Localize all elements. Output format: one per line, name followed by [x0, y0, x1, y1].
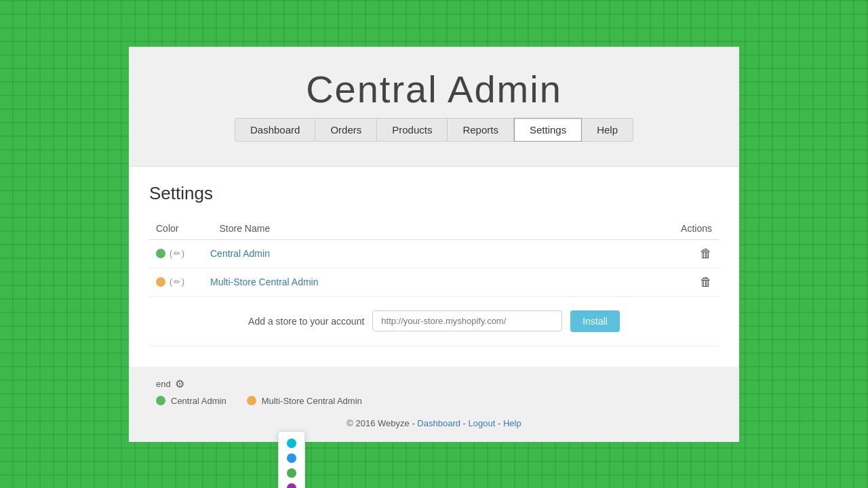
nav-bar: Dashboard Orders Products Reports Settin…: [142, 111, 726, 152]
nav-dashboard[interactable]: Dashboard: [235, 118, 315, 142]
main-container: Central Admin Dashboard Orders Products …: [129, 47, 739, 442]
app-title: Central Admin: [142, 67, 726, 111]
nav-reports[interactable]: Reports: [448, 118, 514, 142]
legend-area: Central Admin Multi-Store Central Admin: [149, 396, 719, 410]
nav-products[interactable]: Products: [377, 118, 448, 142]
settings-title: Settings: [149, 183, 719, 204]
col-store-name: Store Name: [219, 223, 270, 234]
footer-link-dashboard[interactable]: Dashboard: [417, 418, 460, 428]
add-store-label: Add a store to your account: [248, 316, 364, 327]
pencil-icon-1: ✏: [174, 249, 180, 258]
table-header: Color Store Name Actions: [149, 218, 719, 240]
legend-item-1: Central Admin: [156, 396, 226, 406]
table-header-left: Color Store Name: [156, 223, 270, 234]
add-store-row: Add a store to your account Install: [149, 297, 719, 346]
footer-link-logout[interactable]: Logout: [469, 418, 496, 428]
edit-color-btn-2[interactable]: ( ✏ ): [170, 277, 184, 287]
footer-link-help[interactable]: Help: [503, 418, 521, 428]
store-link-1[interactable]: Central Admin: [210, 248, 700, 259]
color-dot-orange: [156, 277, 165, 287]
paren-open-2: (: [170, 277, 172, 287]
col-color: Color: [156, 223, 178, 234]
table-row-2: ( ✏ ) Multi-Store Central Admin 🗑: [149, 268, 719, 297]
pencil-icon-2: ✏: [174, 277, 180, 287]
nav-settings[interactable]: Settings: [514, 118, 582, 142]
legend-dot-1: [156, 396, 165, 405]
footer-links: © 2016 Webyze - Dashboard - Logout - Hel…: [149, 418, 719, 428]
delete-btn-1[interactable]: 🗑: [700, 247, 712, 261]
color-option-teal[interactable]: [287, 439, 296, 448]
delete-btn-2[interactable]: 🗑: [700, 275, 712, 289]
content-area: Settings Color Store Name Actions ( ✏ ) …: [129, 166, 739, 367]
legend-item-2: Multi-Store Central Admin: [247, 396, 362, 406]
color-option-green[interactable]: [287, 468, 296, 478]
color-dot-green: [156, 249, 165, 258]
col-actions: Actions: [681, 223, 712, 234]
gear-icon[interactable]: [175, 378, 184, 390]
nav-help[interactable]: Help: [582, 118, 633, 142]
edit-color-btn-1[interactable]: ( ✏ ): [170, 249, 184, 258]
paren-close-2: ): [182, 277, 184, 287]
color-option-blue[interactable]: [287, 453, 296, 463]
color-option-purple[interactable]: [287, 483, 296, 489]
row-color-area-2: ( ✏ ): [156, 277, 210, 287]
paren-close: ): [182, 249, 184, 258]
install-button[interactable]: Install: [570, 310, 620, 332]
footer-sep-1: -: [463, 418, 469, 428]
nav-orders[interactable]: Orders: [315, 118, 377, 142]
copyright-text: © 2016 Webyze -: [347, 418, 417, 428]
row-color-area-1: ( ✏ ): [156, 249, 210, 258]
footer-sep-2: -: [498, 418, 503, 428]
legend-label-2: Multi-Store Central Admin: [262, 396, 362, 406]
legend-label: end: [156, 379, 171, 389]
color-picker-dropdown: [278, 431, 305, 489]
legend-label-1: Central Admin: [171, 396, 226, 406]
footer-area: end Central Admin Multi-Store Central Ad…: [129, 367, 739, 442]
add-store-input[interactable]: [372, 310, 562, 331]
header-area: Central Admin Dashboard Orders Products …: [129, 47, 739, 166]
store-link-2[interactable]: Multi-Store Central Admin: [210, 277, 700, 287]
table-row: ( ✏ ) Central Admin 🗑: [149, 240, 719, 268]
paren-open: (: [170, 249, 172, 258]
legend-dot-2: [247, 396, 256, 405]
